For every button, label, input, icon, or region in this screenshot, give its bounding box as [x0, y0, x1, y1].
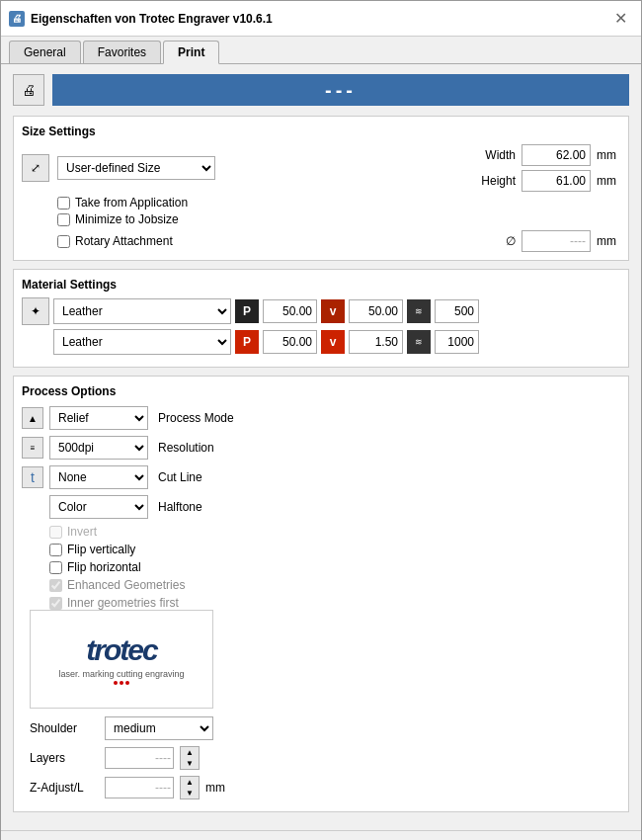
resize-icon: ⤢: [31, 161, 40, 175]
freq-input-2[interactable]: [435, 330, 479, 354]
shoulder-label: Shoulder: [30, 721, 99, 735]
titlebar-left: 🖨 Eigenschaften von Trotec Engraver v10.…: [9, 11, 273, 27]
flip-vertically-label: Flip vertically: [67, 543, 135, 556]
cutline-select[interactable]: None Red: [49, 465, 148, 489]
checkboxes-row: Take from Application Minimize to Jobsiz…: [57, 196, 620, 226]
resolution-select[interactable]: 500dpi 250dpi 1000dpi: [49, 436, 148, 460]
size-row1: ⤢ User-defined Size A4 Letter Width mm H…: [22, 144, 620, 192]
power-button-1[interactable]: P: [235, 299, 259, 323]
take-from-app-label: Take from Application: [75, 196, 188, 210]
mode-icon: ▲: [22, 407, 43, 429]
flip-horizontal-label: Flip horizontal: [67, 560, 141, 574]
layers-label: Layers: [30, 751, 99, 765]
velocity-button-1[interactable]: v: [321, 299, 345, 323]
speed-input-2[interactable]: [349, 330, 403, 354]
resolution-icon: ≡: [22, 437, 43, 459]
dot-2: [120, 681, 123, 685]
zadjust-row: Z-Adjust/L ▲ ▼ mm: [30, 776, 316, 799]
velocity-button-2[interactable]: v: [321, 330, 345, 354]
shoulder-select[interactable]: medium low high: [105, 716, 213, 740]
cutline-icon: t: [22, 466, 43, 488]
height-row: Height mm: [476, 170, 620, 192]
minimize-to-jobsize-input[interactable]: [57, 213, 70, 226]
app-icon: 🖨: [9, 11, 25, 27]
enhanced-geometries-checkbox[interactable]: Enhanced Geometries: [49, 578, 328, 592]
layers-spinner[interactable]: ▲ ▼: [180, 746, 200, 770]
header-banner: ---: [52, 74, 629, 106]
width-input[interactable]: [522, 144, 591, 166]
close-button[interactable]: ✕: [608, 7, 633, 30]
zadjust-input[interactable]: [105, 777, 174, 798]
layers-down-button[interactable]: ▼: [181, 758, 199, 769]
diameter-input[interactable]: [522, 230, 591, 252]
tab-print[interactable]: Print: [163, 41, 219, 64]
window-title: Eigenschaften von Trotec Engraver v10.6.…: [31, 12, 273, 26]
printer-icon: 🖨: [22, 82, 36, 98]
layers-input[interactable]: [105, 747, 174, 769]
power-input-1[interactable]: [263, 299, 317, 323]
power-button-2[interactable]: P: [235, 330, 259, 354]
size-type-select[interactable]: User-defined Size A4 Letter: [57, 156, 215, 180]
enhanced-geometries-input[interactable]: [49, 579, 62, 592]
color-select[interactable]: Color Grayscale: [49, 495, 148, 519]
height-label: Height: [476, 174, 516, 188]
zadjust-down-button[interactable]: ▼: [181, 788, 199, 798]
height-unit: mm: [597, 174, 620, 188]
inner-geometries-first-checkbox[interactable]: Inner geometries first: [49, 596, 328, 610]
take-from-app-input[interactable]: [57, 197, 70, 210]
material-row-2: Leather P v ≋: [22, 329, 620, 355]
inner-geometries-first-input[interactable]: [49, 597, 62, 610]
main-window: 🖨 Eigenschaften von Trotec Engraver v10.…: [0, 0, 642, 840]
minimize-to-jobsize-checkbox[interactable]: Minimize to Jobsize: [57, 212, 620, 226]
trotec-dots: [114, 681, 129, 685]
header-row: 🖨 ---: [13, 74, 629, 106]
flip-horizontal-checkbox[interactable]: Flip horizontal: [49, 560, 328, 574]
freq-input-1[interactable]: [435, 299, 479, 323]
header-icon-button[interactable]: 🖨: [13, 74, 44, 106]
tab-favorites[interactable]: Favorites: [83, 41, 161, 63]
flip-vertically-input[interactable]: [49, 544, 62, 556]
zadjust-unit: mm: [205, 781, 225, 795]
invert-input[interactable]: [49, 526, 62, 539]
freq-button-1[interactable]: ≋: [407, 299, 431, 323]
layers-up-button[interactable]: ▲: [181, 747, 199, 758]
tab-bar: General Favorites Print: [1, 37, 641, 64]
flip-vertically-checkbox[interactable]: Flip vertically: [49, 543, 328, 556]
diameter-unit: mm: [597, 234, 620, 248]
mode-select[interactable]: Relief Engrave Cut: [49, 406, 148, 430]
minimize-to-jobsize-label: Minimize to Jobsize: [75, 212, 179, 226]
enhanced-geometries-label: Enhanced Geometries: [67, 578, 185, 592]
power-input-2[interactable]: [263, 330, 317, 354]
freq-button-2[interactable]: ≋: [407, 330, 431, 354]
bottom-bar: All available Processmodes are displayed…: [1, 830, 641, 840]
rotary-right: ∅ mm: [506, 230, 620, 252]
speed-input-1[interactable]: [349, 299, 403, 323]
rotary-attachment-input[interactable]: [57, 235, 70, 248]
material-settings-label: Material Settings: [22, 278, 620, 292]
process-options-label: Process Options: [22, 384, 620, 398]
width-unit: mm: [597, 148, 620, 162]
tab-general[interactable]: General: [9, 41, 81, 63]
zadjust-spinner[interactable]: ▲ ▼: [180, 776, 200, 799]
take-from-app-checkbox[interactable]: Take from Application: [57, 196, 620, 210]
width-row: Width mm: [476, 144, 620, 166]
height-input[interactable]: [522, 170, 591, 192]
trotec-logo: trotec laser. marking cutting engraving: [30, 610, 213, 709]
halftone-row: Color Grayscale Halftone: [22, 495, 328, 519]
cutline-label: Cut Line: [158, 470, 202, 484]
material-select-2[interactable]: Leather: [53, 329, 231, 355]
size-icon-button[interactable]: ⤢: [22, 154, 49, 182]
resolution-label: Resolution: [158, 441, 214, 455]
material-icon-button-1[interactable]: ✦: [22, 297, 49, 325]
flip-horizontal-input[interactable]: [49, 561, 62, 574]
width-label: Width: [476, 148, 516, 162]
zadjust-up-button[interactable]: ▲: [181, 777, 199, 788]
invert-checkbox[interactable]: Invert: [49, 525, 328, 539]
rotary-attachment-checkbox[interactable]: Rotary Attachment: [57, 234, 173, 248]
mode-row: ▲ Relief Engrave Cut Process Mode: [22, 406, 328, 430]
material-select-1[interactable]: Leather: [53, 298, 231, 324]
rotary-row: Rotary Attachment ∅ mm: [57, 230, 620, 252]
process-right: trotec laser. marking cutting engraving …: [30, 610, 316, 803]
trotec-name: trotec: [86, 633, 156, 667]
process-options-panel: Process Options ▲ Relief Engrave Cut Pro…: [13, 376, 629, 812]
